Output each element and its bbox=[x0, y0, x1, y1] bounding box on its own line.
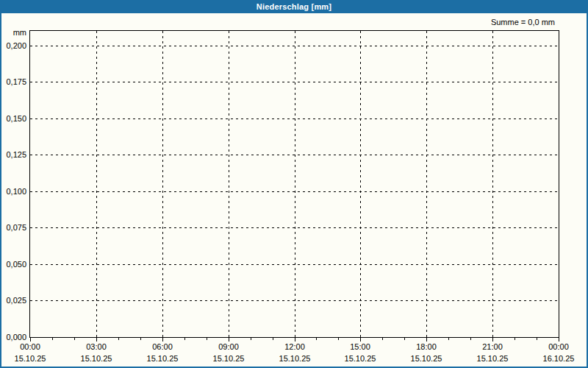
y-tick-label: 0,150 bbox=[0, 114, 26, 123]
x-axis-minor-tick bbox=[184, 338, 185, 340]
y-tick-label: 0,100 bbox=[0, 187, 26, 196]
x-axis-minor-tick bbox=[537, 338, 537, 340]
x-axis-major-tick bbox=[360, 338, 361, 342]
y-tick-label: 0,025 bbox=[0, 296, 26, 305]
x-gridline bbox=[229, 31, 229, 337]
y-tick-label: 0,000 bbox=[0, 333, 26, 342]
x-tick-time-label: 12:00 bbox=[273, 342, 317, 351]
y-tick-label: 0,175 bbox=[0, 77, 26, 86]
x-gridline bbox=[426, 31, 427, 337]
x-tick-date-label: 15.10.25 bbox=[8, 354, 52, 363]
x-gridline bbox=[96, 31, 97, 337]
y-tick-label: 0,075 bbox=[0, 223, 26, 232]
plot-area bbox=[29, 30, 559, 338]
x-axis-major-tick bbox=[96, 338, 97, 342]
x-axis-major-tick bbox=[492, 338, 493, 342]
x-axis-minor-tick bbox=[514, 338, 515, 340]
x-tick-date-label: 15.10.25 bbox=[338, 354, 382, 363]
x-axis-major-tick bbox=[162, 338, 163, 342]
x-tick-time-label: 09:00 bbox=[207, 342, 251, 351]
x-axis-minor-tick bbox=[338, 338, 339, 340]
x-axis-minor-tick bbox=[273, 338, 273, 340]
x-tick-time-label: 18:00 bbox=[404, 342, 448, 351]
x-gridline bbox=[492, 31, 493, 337]
x-tick-date-label: 15.10.25 bbox=[404, 354, 448, 363]
x-tick-time-label: 21:00 bbox=[470, 342, 514, 351]
y-tick-label: 0,200 bbox=[0, 41, 26, 50]
x-tick-time-label: 03:00 bbox=[74, 342, 118, 351]
y-axis-unit-label: mm bbox=[0, 28, 26, 37]
x-axis-minor-tick bbox=[251, 338, 251, 340]
x-axis-minor-tick bbox=[118, 338, 119, 340]
title-bar: Niederschlag [mm] bbox=[0, 0, 588, 13]
x-axis-major-tick bbox=[229, 338, 229, 342]
x-gridline bbox=[360, 31, 361, 337]
x-tick-time-label: 00:00 bbox=[537, 342, 581, 351]
x-axis-minor-tick bbox=[404, 338, 405, 340]
x-tick-time-label: 06:00 bbox=[140, 342, 184, 351]
x-tick-time-label: 00:00 bbox=[8, 342, 52, 351]
x-tick-date-label: 15.10.25 bbox=[140, 354, 184, 363]
x-tick-date-label: 15.10.25 bbox=[207, 354, 251, 363]
x-axis-minor-tick bbox=[140, 338, 141, 340]
x-gridline bbox=[162, 31, 163, 337]
sum-annotation: Summe = 0,0 mm bbox=[491, 18, 555, 26]
x-axis-minor-tick bbox=[52, 338, 53, 340]
x-axis-minor-tick bbox=[74, 338, 75, 340]
x-axis-major-tick bbox=[30, 338, 31, 342]
x-axis-major-tick bbox=[559, 338, 559, 342]
x-axis-minor-tick bbox=[382, 338, 383, 340]
x-axis-minor-tick bbox=[207, 338, 207, 340]
y-tick-label: 0,050 bbox=[0, 260, 26, 269]
y-tick-label: 0,125 bbox=[0, 150, 26, 159]
chart-window: Niederschlag [mm] Summe = 0,0 mm mm 0,20… bbox=[0, 0, 588, 368]
x-axis-major-tick bbox=[295, 338, 295, 342]
x-tick-date-label: 15.10.25 bbox=[273, 354, 317, 363]
x-axis-minor-tick bbox=[448, 338, 449, 340]
x-gridline bbox=[295, 31, 295, 337]
x-tick-time-label: 15:00 bbox=[338, 342, 382, 351]
x-tick-date-label: 15.10.25 bbox=[470, 354, 514, 363]
x-axis-minor-tick bbox=[470, 338, 471, 340]
x-axis-major-tick bbox=[426, 338, 427, 342]
x-tick-date-label: 15.10.25 bbox=[74, 354, 118, 363]
x-axis-minor-tick bbox=[316, 338, 317, 340]
x-tick-date-label: 16.10.25 bbox=[537, 354, 581, 363]
